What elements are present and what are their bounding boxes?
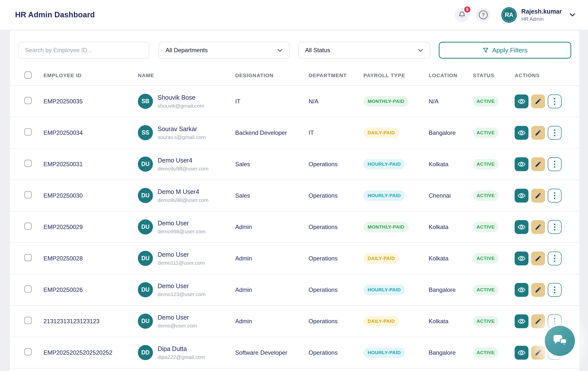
edit-button[interactable] — [531, 283, 545, 297]
pencil-icon — [535, 129, 542, 136]
view-button[interactable] — [515, 283, 528, 297]
department: Operations — [309, 286, 363, 293]
employee-cell: SS Sourav Sarkar sourav.s@gmail.com — [138, 125, 235, 140]
payroll-type-badge: HOURLY-PAID — [363, 159, 405, 169]
table-row: EMP20250030 DU Demo M User4 demo9u98@use… — [10, 180, 579, 211]
view-button[interactable] — [515, 126, 528, 140]
status-select-value: All Status — [305, 47, 330, 54]
more-actions-button[interactable] — [548, 252, 562, 265]
employee-cell: DU Demo User demo@user.com — [138, 314, 235, 329]
view-button[interactable] — [515, 189, 528, 203]
edit-button[interactable] — [531, 94, 545, 108]
more-actions-button[interactable] — [548, 94, 562, 108]
row-checkbox[interactable] — [24, 160, 32, 167]
pencil-icon — [535, 224, 542, 231]
status-badge: ACTIVE — [473, 190, 498, 201]
view-button[interactable] — [515, 157, 528, 171]
employee-id: EMP20250026 — [43, 286, 138, 293]
more-actions-button[interactable] — [548, 220, 562, 234]
edit-button[interactable] — [531, 314, 545, 328]
employee-email: demo@user.com — [158, 323, 197, 329]
payroll-type-badge: HOURLY-PAID — [363, 285, 405, 295]
edit-button[interactable] — [531, 126, 545, 140]
location: Bangalore — [429, 129, 473, 136]
actions-cell — [515, 189, 569, 203]
avatar: DU — [138, 282, 153, 297]
department: Operations — [309, 255, 363, 262]
employee-id: EMP20250028 — [43, 255, 138, 262]
column-header-employee-id: EMPLOYEE ID — [43, 72, 138, 85]
select-all-checkbox[interactable] — [24, 71, 32, 79]
user-menu[interactable]: RA Rajesh.kumar HR Admin — [501, 7, 576, 23]
employee-name: Demo User — [158, 314, 197, 321]
employee-cell: DU Demo User demo123@user.com — [138, 282, 235, 297]
location: Bangalore — [429, 349, 473, 356]
row-checkbox[interactable] — [24, 191, 32, 198]
view-button[interactable] — [515, 94, 528, 108]
edit-button[interactable] — [531, 220, 545, 234]
top-header: HR Admin Dashboard 5 ? RA Rajesh.kumar H… — [0, 0, 588, 30]
more-actions-button[interactable] — [548, 126, 562, 140]
view-button[interactable] — [515, 346, 528, 360]
payroll-type-badge: MONTHLY-PAID — [363, 222, 409, 232]
view-button[interactable] — [515, 220, 528, 234]
help-button[interactable]: ? — [476, 8, 490, 22]
kebab-icon — [554, 286, 555, 293]
row-checkbox[interactable] — [24, 128, 32, 136]
apply-filters-label: Apply Filters — [492, 46, 527, 54]
employee-cell: DU Demo M User4 demo9u98@user.com — [138, 188, 235, 203]
employee-email: demo998@user.com — [158, 229, 206, 234]
kebab-icon — [554, 318, 555, 325]
department-select[interactable]: All Departments — [159, 42, 290, 59]
designation: Sales — [235, 192, 309, 199]
kebab-icon — [554, 98, 555, 105]
employee-name: Sourav Sarkar — [158, 125, 206, 133]
avatar: SS — [138, 125, 153, 140]
employee-email: demo111@user.com — [158, 260, 205, 266]
edit-button[interactable] — [531, 346, 545, 360]
edit-button[interactable] — [531, 157, 545, 171]
location: Chennai — [429, 192, 473, 199]
row-checkbox[interactable] — [24, 97, 32, 104]
chevron-down-icon — [569, 11, 576, 19]
row-checkbox[interactable] — [24, 317, 32, 324]
employee-id: EMP20250031 — [43, 161, 138, 168]
edit-button[interactable] — [531, 252, 545, 265]
page-title: HR Admin Dashboard — [15, 10, 95, 19]
notifications-button[interactable]: 5 — [455, 8, 469, 22]
employee-id: EMP20250035 — [43, 98, 138, 105]
table-header: EMPLOYEE ID NAME DESIGNATION DEPARTMENT … — [10, 59, 579, 86]
kebab-icon — [554, 192, 555, 199]
location: N/A — [429, 98, 473, 105]
designation: Admin — [235, 318, 309, 325]
view-button[interactable] — [515, 252, 528, 265]
status-select[interactable]: All Status — [298, 42, 430, 59]
payroll-type-badge: MONTHLY-PAID — [363, 96, 409, 107]
chevron-down-icon — [276, 47, 283, 54]
search-input[interactable] — [18, 42, 149, 59]
user-name: Rajesh.kumar — [521, 8, 562, 15]
location: Bangalore — [429, 286, 473, 293]
employee-id: 21312313123123123 — [43, 318, 138, 325]
more-actions-button[interactable] — [548, 283, 562, 297]
pencil-icon — [535, 192, 542, 199]
more-actions-button[interactable] — [548, 157, 562, 171]
chat-button[interactable] — [545, 326, 575, 356]
edit-button[interactable] — [531, 189, 545, 203]
row-checkbox[interactable] — [24, 348, 32, 355]
status-badge: ACTIVE — [473, 285, 498, 295]
employee-cell: SB Shouvik Bose shouvik@gmail.com — [138, 94, 235, 109]
chat-icon — [552, 334, 568, 348]
column-header-payroll-type: PAYROLL TYPE — [363, 72, 429, 85]
actions-cell — [515, 283, 569, 297]
employee-id: EMP20250030 — [43, 192, 138, 199]
row-checkbox[interactable] — [24, 285, 32, 293]
column-header-designation: DESIGNATION — [235, 72, 309, 85]
more-actions-button[interactable] — [548, 189, 562, 203]
view-button[interactable] — [515, 314, 528, 328]
employee-email: demo123@user.com — [158, 291, 206, 297]
row-checkbox[interactable] — [24, 223, 32, 230]
apply-filters-button[interactable]: Apply Filters — [439, 42, 571, 59]
row-checkbox[interactable] — [24, 254, 32, 261]
employee-cell: DU Demo User demo111@user.com — [138, 251, 235, 266]
